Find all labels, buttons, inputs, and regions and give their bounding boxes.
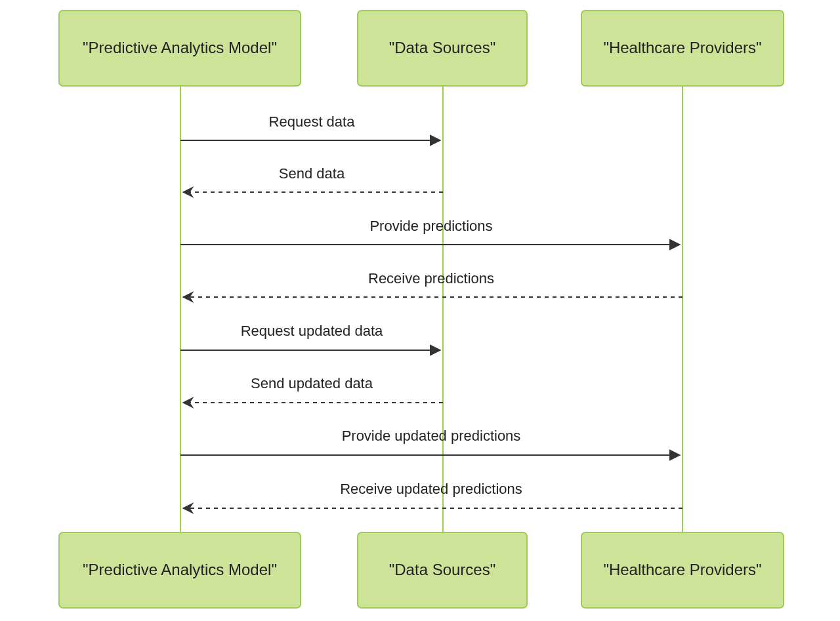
message-2-label: Provide predictions — [369, 218, 492, 234]
message-0: Request data — [180, 113, 440, 140]
message-7-label: Receive updated predictions — [340, 481, 522, 497]
participant-model-bottom-label: "Predictive Analytics Model" — [83, 561, 277, 578]
participant-providers-top: "Healthcare Providers" — [581, 10, 784, 86]
participant-sources-bottom: "Data Sources" — [358, 532, 527, 608]
message-3: Receive predictions — [183, 270, 682, 297]
participant-providers-top-label: "Healthcare Providers" — [603, 39, 761, 56]
message-6: Provide updated predictions — [180, 428, 680, 455]
participant-sources-bottom-label: "Data Sources" — [389, 561, 495, 578]
participant-model-top: "Predictive Analytics Model" — [59, 10, 301, 86]
message-4-label: Request updated data — [241, 323, 383, 339]
participant-model-top-label: "Predictive Analytics Model" — [83, 39, 277, 56]
participant-model-bottom: "Predictive Analytics Model" — [59, 532, 301, 608]
sequence-diagram: "Predictive Analytics Model" "Data Sourc… — [0, 0, 840, 621]
message-2: Provide predictions — [180, 218, 680, 245]
participant-sources-top: "Data Sources" — [358, 10, 527, 86]
message-5: Send updated data — [183, 375, 443, 403]
participant-providers-bottom-label: "Healthcare Providers" — [603, 561, 761, 578]
message-5-label: Send updated data — [251, 375, 373, 391]
participant-sources-top-label: "Data Sources" — [389, 39, 495, 56]
message-1: Send data — [183, 165, 443, 192]
message-4: Request updated data — [180, 323, 440, 350]
message-6-label: Provide updated predictions — [342, 428, 521, 444]
participant-providers-bottom: "Healthcare Providers" — [581, 532, 784, 608]
message-3-label: Receive predictions — [368, 270, 494, 287]
message-7: Receive updated predictions — [183, 481, 682, 508]
message-1-label: Send data — [279, 165, 345, 182]
message-0-label: Request data — [269, 113, 356, 130]
